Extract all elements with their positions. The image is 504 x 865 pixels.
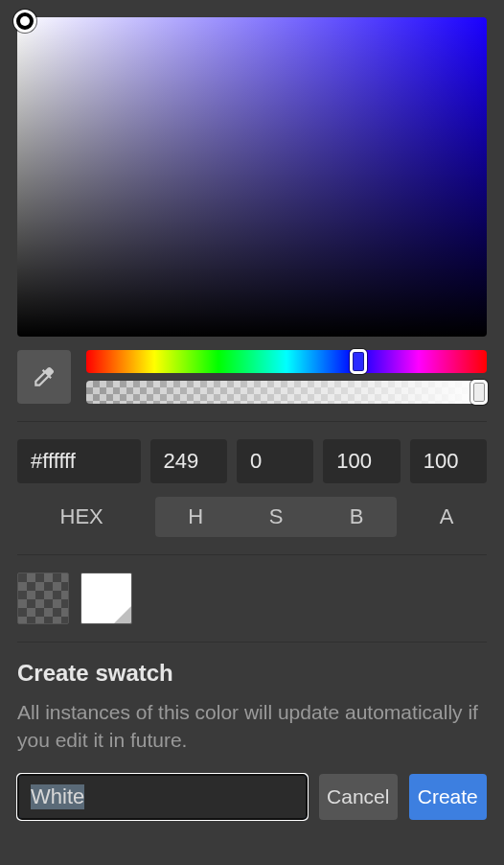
sv-cursor[interactable]: [13, 10, 36, 33]
swatch-previous[interactable]: [17, 573, 69, 624]
eyedropper-button[interactable]: [17, 350, 71, 404]
create-button[interactable]: Create: [409, 774, 488, 820]
saturation-value-area[interactable]: [17, 17, 487, 337]
swatch-current[interactable]: [80, 573, 132, 624]
alpha-input[interactable]: [410, 439, 487, 483]
create-swatch-title: Create swatch: [17, 660, 487, 687]
alpha-slider[interactable]: [86, 381, 487, 404]
hex-input[interactable]: [17, 439, 141, 483]
create-swatch-description: All instances of this color will update …: [17, 698, 487, 755]
swatch-name-input[interactable]: [17, 774, 308, 820]
mode-s[interactable]: S: [236, 497, 316, 537]
cancel-button[interactable]: Cancel: [319, 774, 398, 820]
mode-h[interactable]: H: [155, 497, 236, 537]
brightness-input[interactable]: [323, 439, 400, 483]
hue-thumb[interactable]: [350, 349, 367, 374]
hex-label: HEX: [17, 497, 146, 537]
eyedropper-icon: [32, 364, 57, 389]
mode-b[interactable]: B: [316, 497, 397, 537]
divider: [17, 421, 487, 422]
color-mode-toggle[interactable]: H S B: [155, 497, 397, 537]
divider: [17, 554, 487, 555]
alpha-thumb[interactable]: [470, 380, 488, 405]
saturation-input[interactable]: [237, 439, 313, 483]
divider: [17, 642, 487, 643]
alpha-label: A: [406, 497, 487, 537]
hue-slider[interactable]: [86, 350, 487, 373]
hue-input[interactable]: [150, 439, 227, 483]
